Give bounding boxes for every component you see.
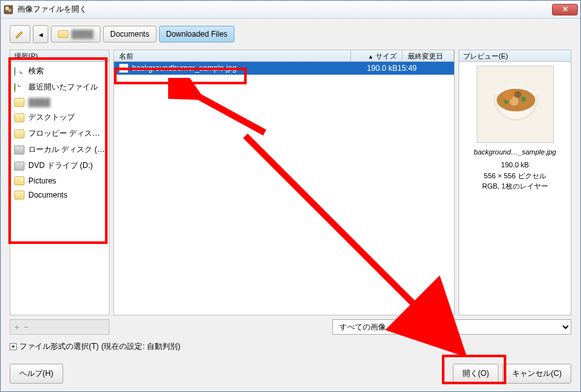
remove-icon[interactable]: −: [23, 322, 28, 332]
file-header-row: 名前 ▲ サイズ 最終変更日: [114, 50, 454, 62]
places-header-label: 場所(P): [14, 52, 38, 60]
file-name-label: backgroundburner_sample.jpg: [132, 64, 236, 73]
places-item-label: Pictures: [28, 176, 56, 185]
path-downloaded[interactable]: Downloaded Files: [159, 26, 234, 42]
places-item-label: フロッピー ディス…: [28, 128, 100, 139]
app-icon: [3, 5, 14, 15]
titlebar: 画像ファイルを開く ✕: [1, 1, 580, 19]
places-panel: 場所(P) 検索最近開いたファイル████デスクトップフロッピー ディス…ローカ…: [10, 50, 110, 315]
folder-icon: [14, 129, 24, 138]
places-item[interactable]: 最近開いたファイル: [10, 79, 109, 95]
places-item[interactable]: DVD ドライブ (D:): [10, 158, 109, 174]
expand-icon: +: [10, 343, 17, 350]
preview-filesize: 190.0 kB: [463, 160, 567, 171]
svg-point-2: [8, 8, 12, 12]
places-item-label: 最近開いたファイル: [28, 82, 98, 93]
folder-icon: [14, 113, 24, 122]
folder-icon: [14, 176, 24, 185]
file-format-expander[interactable]: + ファイル形式の選択(T) (現在の設定: 自動判別): [10, 341, 571, 352]
file-icon: [119, 64, 128, 73]
recent-icon: [14, 83, 24, 92]
places-item-label: 検索: [28, 66, 44, 77]
path-bar: ◂ ████ Documents Downloaded Files: [10, 25, 571, 43]
file-date-label: 15:49: [397, 64, 449, 73]
add-icon[interactable]: +: [14, 322, 19, 332]
file-type-filter[interactable]: すべての画像: [332, 319, 571, 335]
places-list[interactable]: 検索最近開いたファイル████デスクトップフロッピー ディス…ローカル ディスク…: [10, 62, 109, 315]
preview-header-label: プレビュー(E): [463, 52, 508, 60]
places-item[interactable]: Pictures: [10, 174, 109, 188]
col-size-header[interactable]: ▲ サイズ: [351, 50, 403, 61]
file-size-label: 190.0 kB: [346, 64, 397, 73]
path-user-folder[interactable]: ████: [51, 26, 100, 42]
folder-icon: [14, 98, 24, 107]
back-button[interactable]: ◂: [33, 25, 48, 43]
cancel-button[interactable]: キャンセル(C): [502, 364, 571, 384]
places-item[interactable]: フロッピー ディス…: [10, 126, 109, 142]
places-item[interactable]: Documents: [10, 188, 109, 202]
places-item-label: DVD ドライブ (D:): [28, 160, 93, 171]
sort-indicator-icon: ▲: [368, 53, 374, 60]
preview-panel: プレビュー(E) background…_sample.jpg 190.0 kB…: [459, 50, 571, 315]
preview-colormode: RGB, 1枚のレイヤー: [463, 181, 567, 192]
close-button[interactable]: ✕: [552, 4, 578, 15]
folder-icon: [58, 30, 68, 38]
folder-icon: [14, 191, 24, 200]
places-item-label: デスクトップ: [28, 112, 75, 123]
places-item[interactable]: 検索: [10, 63, 109, 79]
file-row[interactable]: backgroundburner_sample.jpg190.0 kB15:49: [114, 62, 454, 75]
places-item-label: ローカル ディスク (…: [28, 144, 105, 155]
drive-icon: [14, 162, 24, 171]
places-header: 場所(P): [10, 50, 109, 62]
file-list[interactable]: backgroundburner_sample.jpg190.0 kB15:49: [114, 62, 454, 315]
search-icon: [14, 67, 24, 76]
open-button[interactable]: 開く(O): [453, 364, 499, 384]
edit-path-button[interactable]: [10, 25, 30, 43]
places-item[interactable]: デスクトップ: [10, 109, 109, 126]
col-size-label: サイズ: [376, 52, 397, 60]
places-item[interactable]: ████: [10, 95, 109, 109]
expander-label: ファイル形式の選択(T): [19, 341, 99, 352]
add-remove-bookmark: + −: [10, 319, 110, 335]
path-documents[interactable]: Documents: [103, 26, 157, 42]
places-item[interactable]: ローカル ディスク (…: [10, 142, 109, 158]
preview-header: プレビュー(E): [459, 50, 571, 62]
col-date-header[interactable]: 最終変更日: [403, 50, 454, 61]
expander-current: (現在の設定: 自動判別): [101, 341, 180, 352]
col-name-header[interactable]: 名前: [114, 50, 351, 61]
preview-image: [477, 66, 554, 143]
help-button[interactable]: ヘルプ(H): [10, 364, 63, 384]
window-title: 画像ファイルを開く: [17, 4, 552, 15]
col-name-label: 名前: [119, 52, 133, 60]
places-item-label: ████: [28, 98, 50, 107]
places-item-label: Documents: [28, 191, 68, 200]
path-user-label: ████: [71, 30, 93, 39]
drive-icon: [14, 145, 24, 154]
preview-dimensions: 556 × 556 ピクセル: [463, 171, 567, 182]
file-panel: 名前 ▲ サイズ 最終変更日 backgroundburner_sample.j…: [113, 50, 455, 315]
pencil-icon: [15, 29, 25, 39]
preview-filename: background…_sample.jpg: [463, 148, 567, 156]
